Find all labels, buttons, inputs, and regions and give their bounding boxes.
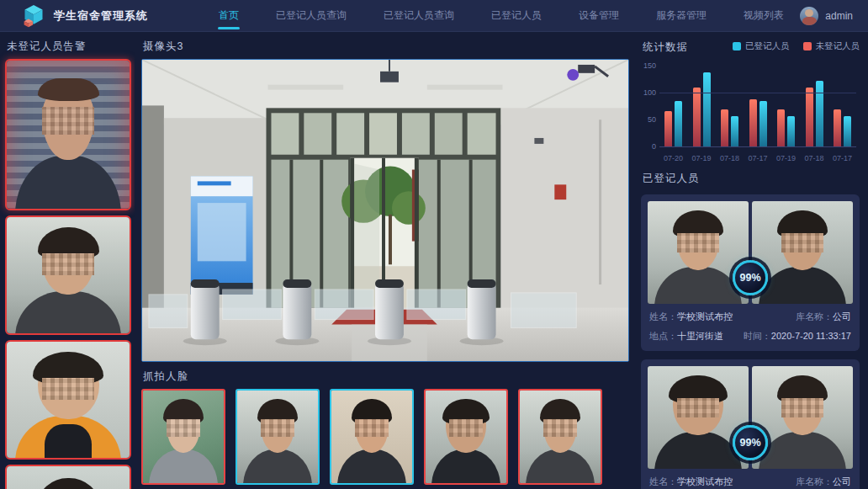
face-photo xyxy=(648,366,749,469)
photo-part-torso xyxy=(654,267,741,304)
captured-face-thumb[interactable] xyxy=(518,389,602,485)
bar-已登记人员 xyxy=(787,116,795,146)
face-photo xyxy=(7,61,130,209)
field-value: 学校测试布控 xyxy=(677,476,733,486)
bar-未登记人员 xyxy=(777,109,785,146)
photo-part-mosaic xyxy=(677,233,719,252)
bar-未登记人员 xyxy=(693,88,701,146)
x-axis-label: 07-20 xyxy=(659,154,687,162)
y-axis-tick: 0 xyxy=(641,142,656,151)
gridline xyxy=(659,93,856,93)
photo-part-torso xyxy=(15,416,121,458)
bar-group xyxy=(806,81,823,146)
legend-item[interactable]: 已登记人员 xyxy=(733,40,790,52)
stats-bar-chart: 07-2007-1907-1807-1707-1907-1807-17 0501… xyxy=(641,61,860,164)
x-axis-label: 07-19 xyxy=(688,154,716,162)
match-photos: 99% xyxy=(648,366,853,469)
match-photos: 99% xyxy=(648,201,853,304)
photo-part-mosaic xyxy=(543,419,577,437)
app-logo-icon xyxy=(22,4,45,28)
chart-x-axis: 07-2007-1907-1807-1707-1907-1807-17 xyxy=(659,154,856,162)
bar-group xyxy=(664,101,682,146)
record-field: 姓名：学校测试布控 xyxy=(649,311,733,323)
registered-card[interactable]: 99%姓名：学校测试布控库名称：公司地点：十里河街道时间：2020-7-20 1… xyxy=(641,194,860,351)
bar-group xyxy=(749,99,767,146)
user-menu[interactable]: admin xyxy=(800,7,853,25)
main-layout: 未登记人员告警 摄像头3 xyxy=(0,32,868,489)
photo-part-torso xyxy=(431,449,501,483)
photo-part-torso xyxy=(15,291,121,333)
photo-part-hair xyxy=(38,78,99,100)
registered-card[interactable]: 99%姓名：学校测试布控库名称：公司地点：十里河街道时间：2020-7-20 1… xyxy=(641,359,860,489)
alert-list xyxy=(5,59,131,489)
y-axis-tick: 100 xyxy=(641,88,656,97)
app-window: 学生宿舍管理系统 首页已登记人员查询已登记人员查询已登记人员设备管理服务器管理视… xyxy=(0,0,868,489)
field-value: 2020-7-20 11:33:17 xyxy=(771,331,851,341)
camera-panel: 摄像头3 xyxy=(135,32,636,489)
camera-feed xyxy=(141,59,629,362)
captured-face-thumb[interactable] xyxy=(236,389,320,485)
alert-card[interactable] xyxy=(5,215,131,335)
nav-item-4[interactable]: 设备管理 xyxy=(577,0,621,31)
record-row: 姓名：学校测试布控库名称：公司 xyxy=(648,476,853,488)
x-axis-label: 07-19 xyxy=(772,154,800,162)
right-panel: 统计数据 已登记人员未登记人员 07-2007-1907-1807-1707-1… xyxy=(636,32,868,489)
record-row: 地点：十里河街道时间：2020-7-20 11:33:17 xyxy=(648,330,853,343)
photo-part-torso xyxy=(526,449,595,483)
photo-part-mosaic xyxy=(781,398,823,417)
username: admin xyxy=(825,10,853,22)
face-photo xyxy=(331,391,412,483)
alert-card[interactable] xyxy=(5,465,131,489)
bar-未登记人员 xyxy=(664,111,672,146)
face-photo xyxy=(237,391,318,483)
captured-face-thumb[interactable] xyxy=(141,389,225,485)
chart-plot-area xyxy=(659,65,856,147)
match-photo xyxy=(648,366,749,469)
nav-item-2[interactable]: 已登记人员查询 xyxy=(382,0,456,31)
record-field: 库名称：公司 xyxy=(796,476,851,488)
record-field: 时间：2020-7-20 11:33:17 xyxy=(744,330,851,343)
record-field: 地点：十里河街道 xyxy=(649,330,723,343)
registered-list: 99%姓名：学校测试布控库名称：公司地点：十里河街道时间：2020-7-20 1… xyxy=(641,194,860,489)
bar-未登记人员 xyxy=(834,109,841,146)
field-value: 十里河街道 xyxy=(677,331,723,341)
bar-已登记人员 xyxy=(731,116,738,146)
alerts-title: 未登记人员告警 xyxy=(7,40,131,54)
photo-part-mosaic xyxy=(261,419,294,437)
photo-part-torso xyxy=(149,449,219,483)
y-axis-tick: 50 xyxy=(641,115,656,124)
nav-item-5[interactable]: 服务器管理 xyxy=(654,0,708,31)
stats-header: 统计数据 已登记人员未登记人员 xyxy=(641,33,860,60)
nav-menu: 首页已登记人员查询已登记人员查询已登记人员设备管理服务器管理视频列表 xyxy=(217,0,800,31)
nav-item-6[interactable]: 视频列表 xyxy=(742,0,786,31)
photo-part-mosaic xyxy=(781,233,823,252)
field-label: 库名称： xyxy=(796,476,833,486)
photo-part-torso xyxy=(243,449,313,483)
nav-item-1[interactable]: 已登记人员查询 xyxy=(274,0,348,31)
bar-未登记人员 xyxy=(721,109,728,146)
legend-item[interactable]: 未登记人员 xyxy=(803,40,860,52)
captured-face-thumb[interactable] xyxy=(330,389,414,485)
face-photo xyxy=(7,466,130,489)
app-title: 学生宿舍管理系统 xyxy=(54,8,148,24)
field-label: 姓名： xyxy=(649,311,677,322)
captured-faces-row xyxy=(141,389,629,485)
alert-card[interactable] xyxy=(5,59,131,210)
photo-part-torso xyxy=(654,432,741,469)
face-photo xyxy=(7,342,130,458)
y-axis-tick: 150 xyxy=(641,61,656,70)
face-photo xyxy=(7,217,130,333)
x-axis-label: 07-18 xyxy=(801,154,828,162)
face-photo xyxy=(752,366,853,469)
bar-group xyxy=(693,72,711,146)
field-value: 公司 xyxy=(833,476,851,486)
match-score-badge: 99% xyxy=(733,260,768,295)
nav-item-3[interactable]: 已登记人员 xyxy=(490,0,543,31)
x-axis-label: 07-17 xyxy=(744,154,772,162)
match-score-badge: 99% xyxy=(733,425,768,460)
captured-face-thumb[interactable] xyxy=(424,389,508,485)
x-axis-label: 07-17 xyxy=(828,154,856,162)
alert-card[interactable] xyxy=(5,340,131,460)
field-label: 时间： xyxy=(744,331,771,341)
nav-item-0[interactable]: 首页 xyxy=(217,0,241,31)
